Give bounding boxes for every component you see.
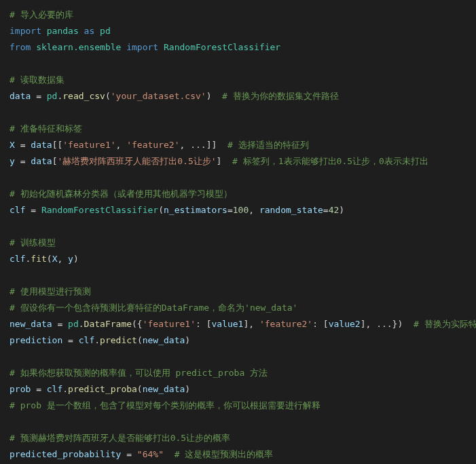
function-call: predict bbox=[100, 335, 137, 345]
parameter: n_estimators bbox=[164, 205, 227, 215]
parameter: random_state bbox=[259, 205, 323, 215]
string-literal: 'feature2' bbox=[259, 319, 312, 329]
variable: y bbox=[10, 156, 15, 166]
string-literal: "64%" bbox=[137, 449, 164, 459]
number: 100 bbox=[233, 205, 249, 215]
comment: # 训练模型 bbox=[10, 237, 56, 248]
variable: X bbox=[10, 140, 15, 150]
comment: # 读取数据集 bbox=[10, 75, 65, 85]
comment: # 使用模型进行预测 bbox=[10, 286, 91, 296]
number: 42 bbox=[329, 205, 340, 215]
comment: # prob 是一个数组，包含了模型对每个类别的概率，你可以根据需要进行解释 bbox=[10, 400, 321, 410]
class-name: RandomForestClassifier bbox=[41, 205, 158, 215]
comment: # 替换为实际特征 bbox=[403, 319, 476, 329]
comment: # 选择适当的特征列 bbox=[217, 140, 308, 150]
keyword-import: import bbox=[126, 42, 158, 52]
comment: # 导入必要的库 bbox=[10, 9, 73, 20]
keyword-as: as bbox=[84, 26, 95, 36]
comment: # 准备特征和标签 bbox=[10, 123, 82, 134]
string-literal: 'feature1' bbox=[62, 140, 115, 150]
alias: pd bbox=[100, 26, 111, 36]
comment: # 初始化随机森林分类器（或者使用其他机器学习模型） bbox=[10, 189, 232, 199]
string-literal: '赫塔费对阵西班牙人能否打出0.5让步' bbox=[57, 156, 216, 166]
variable: prob bbox=[10, 384, 31, 394]
variable: clf bbox=[10, 254, 25, 264]
function-call: fit bbox=[31, 254, 46, 264]
variable: predicted_probability bbox=[10, 449, 121, 459]
variable: prediction bbox=[10, 335, 62, 345]
string-literal: 'your_dataset.csv' bbox=[111, 91, 206, 101]
string-literal: 'feature1' bbox=[143, 319, 196, 329]
class-name: RandomForestClassifier bbox=[164, 42, 280, 52]
comment: # 替换为你的数据集文件路径 bbox=[211, 91, 338, 101]
code-block: # 导入必要的库 import pandas as pd from sklear… bbox=[10, 7, 466, 463]
function-call: DataFrame bbox=[84, 319, 132, 329]
variable: clf bbox=[10, 205, 25, 215]
variable: new_data bbox=[10, 319, 52, 329]
module: pandas bbox=[47, 26, 79, 36]
comment: # 这是模型预测出的概率 bbox=[164, 449, 273, 459]
comment: # 假设你有一个包含待预测比赛特征的DataFrame，命名为'new_data… bbox=[10, 303, 297, 313]
function-call: predict_proba bbox=[68, 384, 137, 394]
comment: # 标签列，1表示能够打出0.5让步，0表示未打出 bbox=[221, 156, 428, 166]
variable: data bbox=[10, 91, 31, 101]
string-literal: 'feature2' bbox=[126, 140, 179, 150]
comment: # 如果你想获取预测的概率值，可以使用 predict_proba 方法 bbox=[10, 368, 268, 378]
keyword-from: from bbox=[10, 42, 31, 52]
keyword-import: import bbox=[10, 26, 41, 36]
function-call: read_csv bbox=[62, 91, 105, 101]
comment: # 预测赫塔费对阵西班牙人是否能够打出0.5让步的概率 bbox=[10, 433, 230, 443]
module: sklearn.ensemble bbox=[36, 42, 121, 52]
